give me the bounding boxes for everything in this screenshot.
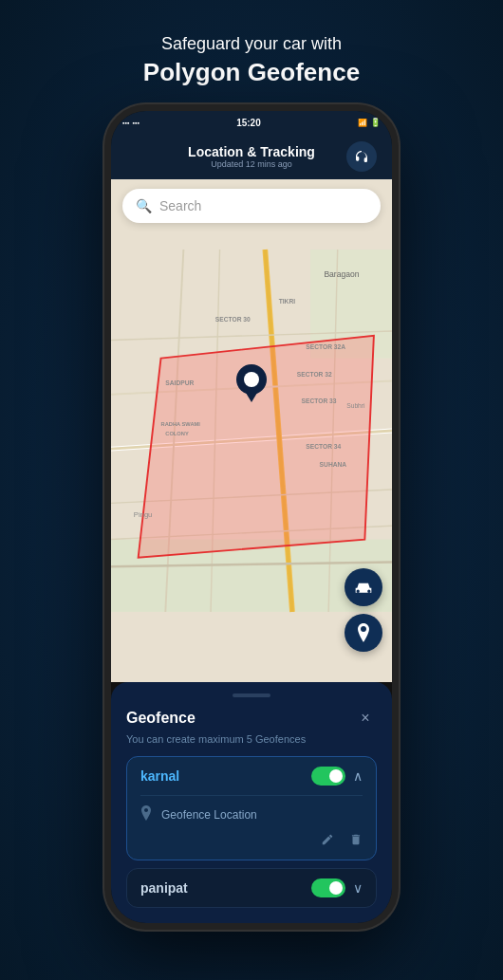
geofence-actions (140, 833, 363, 850)
location-pin (236, 364, 267, 406)
headline-bold: Polygon Geofence (143, 58, 360, 87)
geofence-close-button[interactable]: × (354, 707, 377, 730)
app-subtitle: Updated 12 mins ago (188, 159, 315, 169)
svg-text:RADHA SWAMI: RADHA SWAMI (161, 421, 201, 427)
chevron-up-icon-karnal[interactable]: ∧ (353, 768, 363, 784)
pin-location-button[interactable] (345, 614, 382, 652)
geofence-subtitle: You can create maximum 5 Geofences (126, 733, 377, 745)
app-header: Location & Tracking Updated 12 mins ago (111, 134, 392, 179)
geofence-item-header-karnal: karnal ∧ (140, 767, 363, 786)
svg-text:SECTOR 30: SECTOR 30 (215, 316, 251, 323)
search-bar[interactable]: 🔍 Search (122, 189, 381, 223)
svg-text:SUHANA: SUHANA (320, 461, 347, 468)
status-bar-right: 📶 🔋 (358, 118, 381, 127)
svg-text:Pingu: Pingu (134, 510, 153, 519)
svg-text:TIKRI: TIKRI (279, 298, 296, 305)
geofence-item-karnal: karnal ∧ Geofence Location (126, 756, 377, 860)
geofence-panel: Geofence × You can create maximum 5 Geof… (111, 682, 392, 923)
app-header-center: Location & Tracking Updated 12 mins ago (188, 144, 315, 169)
location-pin-icon (140, 805, 152, 823)
svg-marker-31 (246, 393, 257, 402)
svg-text:COLONY: COLONY (165, 431, 189, 436)
svg-text:SECTOR 33: SECTOR 33 (302, 398, 337, 404)
car-location-button[interactable] (345, 568, 382, 606)
search-placeholder: Search (159, 198, 201, 213)
headline-thin: Safeguard your car with (143, 34, 360, 54)
headphone-button[interactable] (346, 141, 377, 172)
delete-icon[interactable] (349, 833, 363, 850)
phone-frame: ▪▪▪ ▪▪▪ 15:20 📶 🔋 Location & Tracking Up… (104, 104, 399, 930)
geofence-name-karnal: karnal (140, 768, 179, 784)
map-svg: Baragaon TIKRI SECTOR 30 SECTOR 32A SECT… (111, 179, 392, 682)
geofence-location-row: Geofence Location (140, 805, 363, 823)
svg-text:SAIDPUR: SAIDPUR (165, 379, 194, 386)
search-icon: 🔍 (136, 198, 152, 213)
svg-text:Subhri: Subhri (346, 402, 365, 409)
svg-text:SECTOR 32: SECTOR 32 (297, 371, 332, 378)
geofence-controls-karnal: ∧ (311, 767, 363, 786)
status-bar-time: 15:20 (236, 118, 261, 128)
status-bar-left: ▪▪▪ ▪▪▪ (122, 120, 140, 126)
panel-handle (233, 693, 270, 697)
geofence-item-header-panipat: panipat ∨ (140, 878, 363, 897)
signal-icon-2: ▪▪▪ (132, 120, 139, 126)
svg-text:SECTOR 32A: SECTOR 32A (306, 343, 345, 350)
toggle-panipat[interactable] (311, 878, 345, 897)
geofence-item-panipat: panipat ∨ (126, 868, 377, 908)
headline-area: Safeguard your car with Polygon Geofence (143, 34, 360, 87)
edit-icon[interactable] (321, 833, 334, 850)
chevron-down-icon-panipat[interactable]: ∨ (353, 880, 363, 896)
wifi-icon: 📶 (358, 119, 367, 127)
battery-icon: 🔋 (370, 118, 381, 127)
svg-point-30 (244, 372, 259, 387)
geofence-location-label: Geofence Location (161, 808, 257, 822)
geofence-header: Geofence × (126, 707, 377, 730)
geofence-title: Geofence (126, 710, 196, 727)
geofence-controls-panipat: ∨ (311, 878, 363, 897)
geofence-expanded-karnal: Geofence Location (140, 795, 363, 850)
geofence-name-panipat: panipat (140, 880, 188, 896)
map-container: Baragaon TIKRI SECTOR 30 SECTOR 32A SECT… (111, 179, 392, 682)
svg-text:Baragaon: Baragaon (324, 269, 359, 279)
app-title: Location & Tracking (188, 144, 315, 159)
status-bar: ▪▪▪ ▪▪▪ 15:20 📶 🔋 (111, 111, 392, 134)
svg-text:SECTOR 34: SECTOR 34 (306, 443, 341, 450)
toggle-karnal[interactable] (311, 767, 345, 786)
signal-icon: ▪▪▪ (122, 120, 129, 126)
